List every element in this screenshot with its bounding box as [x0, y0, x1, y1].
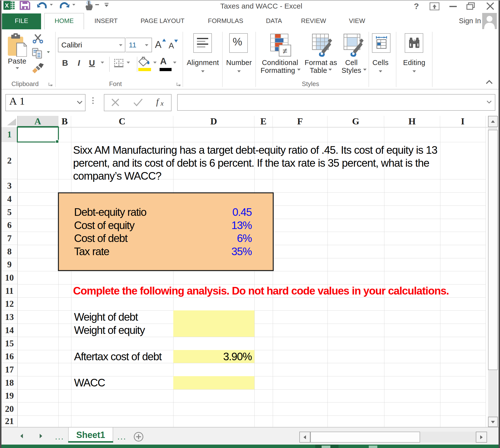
- svg-text:≠: ≠: [283, 46, 287, 55]
- svg-text:X: X: [5, 2, 9, 9]
